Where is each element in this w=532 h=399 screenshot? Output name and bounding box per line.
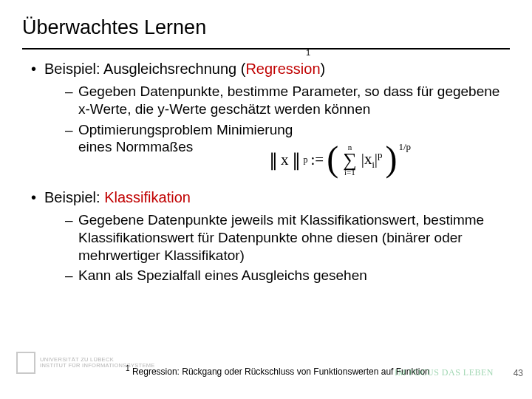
page-number: 43	[514, 368, 523, 378]
footnote: 1 Regression: Rückgang oder Rückschluss …	[126, 364, 430, 377]
logo-icon	[16, 352, 35, 374]
sub-item-1b: Optimierungsproblem Minimierung eines No…	[65, 121, 301, 157]
bullet-list-1: Beispiel: Ausgleichsrechnung (Regression…	[22, 60, 510, 156]
b1-keyword: Regression	[245, 61, 320, 77]
b1-prefix: Beispiel: Ausgleichsrechnung (	[44, 61, 245, 77]
f-lhs-sub: p	[304, 154, 308, 166]
sub-item-2b: Kann als Spezialfall eines Ausgleichs ge…	[65, 267, 510, 284]
bullet-list-2: Beispiel: Klassifikation Gegebene Datenp…	[22, 188, 510, 284]
f-outer-pow: 1/p	[398, 141, 411, 153]
slide-title: Überwachtes Lernen	[22, 16, 510, 47]
b2-prefix: Beispiel:	[44, 189, 104, 205]
f-sum-bot: i=1	[344, 168, 355, 177]
f-sigma: n ∑ i=1	[343, 143, 357, 177]
content: Beispiel: Ausgleichsrechnung (Regression…	[22, 60, 510, 284]
f-term-var: x	[364, 150, 372, 168]
b1-suffix: )	[321, 61, 326, 77]
f-norm-close: ∥	[292, 150, 301, 171]
bullet-regression: Beispiel: Ausgleichsrechnung (Regression…	[31, 60, 510, 156]
f-assign: :=	[311, 151, 324, 169]
bullet-classification: Beispiel: Klassifikation Gegebene Datenp…	[31, 188, 510, 284]
footnote-text: Regression: Rückgang oder Rückschluss vo…	[130, 366, 430, 377]
bullet1-text: Beispiel: Ausgleichsrechnung (Regression…	[44, 60, 325, 78]
f-norm-open: ∥	[269, 150, 278, 171]
footnote-marker: 1	[306, 48, 310, 58]
f-term-pow: p	[378, 149, 383, 160]
title-rule	[22, 48, 510, 50]
b2-keyword: Klassifikation	[104, 189, 191, 205]
f-sum-symbol: ∑	[343, 151, 357, 168]
slide: Überwachtes Lernen Beispiel: Ausgleichsr…	[0, 0, 532, 399]
tagline: IM FOCUS DAS LEBEN	[395, 367, 494, 378]
sub-item-2a: Gegebene Datenpunkte jeweils mit Klassif…	[65, 211, 510, 264]
sublist-2: Gegebene Datenpunkte jeweils mit Klassif…	[44, 211, 510, 284]
sub-item-1a: Gegeben Datenpunkte, bestimme Parameter,…	[65, 83, 510, 118]
norm-formula: ∥x∥p := ( n ∑ i=1 |xi|p )1/p	[269, 143, 412, 177]
f-lhs-var: x	[281, 151, 289, 169]
